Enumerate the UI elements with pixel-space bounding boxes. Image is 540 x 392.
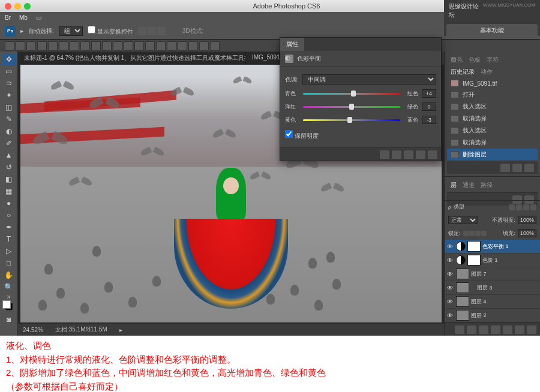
close-button[interactable] — [5, 3, 11, 10]
filter-icon[interactable] — [523, 204, 529, 210]
shortcut-icon[interactable] — [199, 41, 209, 51]
maximize-button[interactable] — [24, 3, 31, 10]
new-layer-icon[interactable] — [515, 325, 524, 334]
properties-panel[interactable]: 属性 ◐色彩平衡 色调:中间调 青色红色+4 洋红绿色0 黄色蓝色-3 保留明度 — [280, 37, 442, 161]
layer-thumb[interactable] — [456, 282, 469, 293]
show-transform-checkbox[interactable]: 显示变换控件 — [88, 26, 133, 36]
clip-icon[interactable] — [380, 150, 389, 159]
crop-tool[interactable]: ◫ — [2, 101, 16, 113]
shortcut-icon[interactable] — [16, 41, 25, 51]
minimize-button[interactable] — [14, 3, 21, 10]
new-icon[interactable] — [512, 164, 522, 172]
link-icon[interactable] — [455, 325, 464, 334]
trash-icon[interactable] — [428, 150, 437, 159]
blur-tool[interactable]: ● — [2, 197, 16, 209]
trash-icon[interactable] — [524, 164, 534, 172]
wand-tool[interactable]: ✦ — [2, 89, 16, 101]
visibility-icon[interactable]: 👁 — [447, 243, 454, 249]
view-icon[interactable] — [392, 150, 401, 159]
gradient-tool[interactable]: ▦ — [2, 185, 16, 197]
tab-char[interactable]: 字符 — [487, 56, 499, 64]
mask-icon[interactable] — [479, 325, 488, 334]
layer-mask[interactable] — [467, 255, 481, 266]
color-swatches[interactable] — [2, 300, 16, 313]
slider-value[interactable]: -3 — [422, 116, 436, 124]
tab-properties[interactable]: 属性 — [280, 38, 304, 51]
eyedropper-tool[interactable]: ✎ — [2, 113, 16, 125]
tab-swatches[interactable]: 色板 — [469, 56, 481, 64]
shortcut-icon[interactable] — [48, 41, 58, 51]
zoom-level[interactable]: 24.52% — [23, 327, 43, 333]
history-item[interactable]: 打开 — [447, 89, 538, 101]
history-item[interactable]: 取消选择 — [447, 137, 538, 149]
tab-color[interactable]: 颜色 — [451, 56, 463, 64]
history-item[interactable]: 载入选区 — [447, 101, 538, 113]
filter-icon[interactable] — [516, 204, 522, 210]
blend-mode-dropdown[interactable]: 正常 — [448, 216, 478, 224]
shortcut-icon[interactable] — [70, 41, 79, 51]
shortcut-icon[interactable] — [80, 41, 90, 51]
shortcut-icon[interactable] — [145, 41, 155, 51]
history-brush-tool[interactable]: ↺ — [2, 161, 16, 173]
camera-icon[interactable] — [500, 164, 510, 172]
layer-thumb[interactable] — [456, 269, 469, 279]
brush-tool[interactable]: ✐ — [2, 137, 16, 149]
bridge-icon[interactable]: Br — [5, 14, 11, 21]
tab-channels[interactable]: 通道 — [463, 181, 475, 189]
opacity-input[interactable]: 100% — [518, 216, 536, 224]
tab-actions[interactable]: 动作 — [481, 68, 493, 76]
shortcut-icon[interactable] — [5, 41, 14, 51]
tab-history[interactable]: 历史记录 — [451, 68, 475, 76]
quick-mask-icon[interactable]: ◙ — [2, 313, 16, 325]
shortcut-icon[interactable] — [102, 41, 112, 51]
document-tab-1[interactable]: 未标题-1 @ 64.7% (把出人物并复制 1、从其它图片通过快速选择工具或魔… — [18, 52, 246, 65]
shortcut-icon[interactable] — [59, 41, 68, 51]
workspace-dropdown[interactable]: 基本功能 — [446, 24, 538, 37]
tab-layers[interactable]: 层 — [451, 181, 457, 189]
auto-select-dropdown[interactable]: 组 — [59, 26, 83, 36]
type-tool[interactable]: T — [2, 233, 16, 245]
adj-icon[interactable] — [491, 325, 500, 334]
screen-mode-icon[interactable]: ▭ — [36, 14, 41, 21]
history-item[interactable]: 取消选择 — [447, 113, 538, 125]
shortcut-icon[interactable] — [37, 41, 47, 51]
filter-icon[interactable] — [530, 204, 536, 210]
visibility-icon[interactable]: 👁 — [447, 298, 454, 304]
shortcut-icon[interactable] — [178, 41, 187, 51]
layer-row[interactable]: 👁色阶 1 — [445, 254, 540, 267]
eye-icon[interactable] — [416, 150, 425, 159]
stamp-tool[interactable]: ▲ — [2, 149, 16, 161]
lasso-tool[interactable]: ⊃ — [2, 77, 16, 89]
lock-icon[interactable] — [463, 231, 469, 236]
slider-value[interactable]: 0 — [422, 102, 436, 111]
layer-thumb[interactable] — [456, 296, 469, 307]
shortcut-icon[interactable] — [26, 41, 36, 51]
chevron-right-icon[interactable]: ▸ — [119, 327, 122, 333]
shortcut-icon[interactable] — [156, 41, 166, 51]
shortcut-icon[interactable] — [167, 41, 176, 51]
reset-icon[interactable] — [404, 150, 413, 159]
layer-thumb[interactable] — [456, 310, 469, 321]
yellow-blue-slider[interactable] — [303, 117, 400, 123]
layer-row[interactable]: 👁图层 3 — [445, 281, 540, 295]
magenta-green-slider[interactable] — [303, 104, 400, 110]
shortcut-icon[interactable] — [91, 41, 101, 51]
layer-row[interactable]: 👁图层 7 — [445, 267, 540, 281]
visibility-icon[interactable]: 👁 — [447, 257, 454, 263]
tone-dropdown[interactable]: 中间调 — [302, 74, 436, 85]
shortcut-icon[interactable] — [210, 41, 220, 51]
fx-icon[interactable] — [467, 325, 476, 334]
hand-tool[interactable]: ✋ — [2, 269, 16, 281]
trash-icon[interactable] — [527, 325, 536, 334]
visibility-icon[interactable]: 👁 — [447, 285, 454, 291]
history-item[interactable]: 载入选区 — [447, 125, 538, 137]
shortcut-icon[interactable] — [113, 41, 122, 51]
path-tool[interactable]: ▷ — [2, 245, 16, 257]
shape-tool[interactable]: □ — [2, 257, 16, 269]
move-tool[interactable]: ✥ — [2, 53, 16, 65]
visibility-icon[interactable]: 👁 — [447, 271, 454, 277]
eraser-tool[interactable]: ◧ — [2, 173, 16, 185]
layer-row[interactable]: 👁图层 2 — [445, 309, 540, 322]
shortcut-icon[interactable] — [188, 41, 198, 51]
swap-colors-icon[interactable]: ⤭ — [2, 293, 16, 300]
